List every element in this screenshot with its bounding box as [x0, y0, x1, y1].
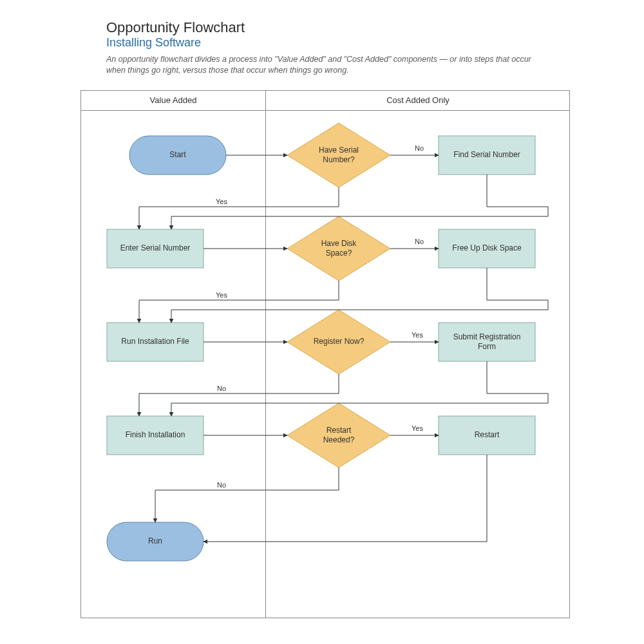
- node-free-disk-label: Free Up Disk Space: [452, 243, 522, 252]
- node-decision-disk-label-1: Have Disk: [321, 239, 357, 248]
- lane-header-value-added: Value Added: [81, 91, 266, 110]
- node-run: Run: [107, 522, 204, 561]
- page-description: An opportunity flowchart divides a proce…: [106, 54, 544, 76]
- edge-disk-yes: [139, 281, 339, 323]
- node-decision-register-label: Register Now?: [314, 337, 365, 346]
- edge-register-no-label: No: [217, 384, 226, 392]
- node-submit-reg: Submit Registration Form: [439, 323, 535, 361]
- node-decision-disk-label-2: Space?: [326, 249, 352, 258]
- node-finish: Finish Installation: [107, 416, 204, 455]
- edge-free-to-run: [171, 268, 548, 323]
- edge-disk-no-label: No: [415, 238, 424, 245]
- node-find-serial-label: Find Serial Number: [453, 150, 520, 159]
- node-enter-serial-label: Enter Serial Number: [120, 243, 191, 252]
- node-restart-label: Restart: [475, 430, 500, 439]
- node-submit-reg-label-2: Form: [478, 342, 496, 351]
- edge-serial-no-label: No: [415, 144, 424, 152]
- node-start: Start: [129, 136, 226, 175]
- node-run-install-label: Run Installation File: [121, 337, 189, 346]
- node-decision-serial-label-2: Number?: [323, 155, 355, 164]
- node-find-serial: Find Serial Number: [439, 136, 535, 175]
- edge-serial-yes: [139, 187, 339, 229]
- node-finish-label: Finish Installation: [126, 430, 185, 439]
- node-decision-register: Register Now?: [287, 310, 390, 374]
- page-title: Opportunity Flowchart: [106, 19, 245, 36]
- edge-serial-yes-label: Yes: [216, 198, 227, 205]
- flowchart-frame: Value Added Cost Added Only Start Have S…: [80, 90, 570, 618]
- node-run-label: Run: [148, 536, 162, 545]
- node-restart: Restart: [439, 416, 535, 455]
- node-decision-disk: Have Disk Space?: [287, 216, 390, 281]
- edge-restart-yes-label: Yes: [412, 424, 423, 432]
- node-decision-restart-label-2: Needed?: [323, 435, 355, 444]
- edge-find-to-enter: [171, 175, 548, 229]
- node-run-install: Run Installation File: [107, 323, 204, 361]
- node-start-label: Start: [169, 150, 186, 159]
- page: Opportunity Flowchart Installing Softwar…: [0, 0, 644, 644]
- node-decision-restart: Restart Needed?: [287, 403, 390, 468]
- lane-header-row: Value Added Cost Added Only: [81, 91, 569, 111]
- edge-restart-no-label: No: [217, 481, 226, 489]
- edge-restart-no: [155, 468, 339, 522]
- page-subtitle: Installing Software: [106, 36, 201, 50]
- node-free-disk: Free Up Disk Space: [439, 229, 535, 268]
- edge-restart-to-run: [204, 455, 487, 542]
- edge-disk-yes-label: Yes: [216, 291, 227, 299]
- node-enter-serial: Enter Serial Number: [107, 229, 204, 268]
- node-submit-reg-label-1: Submit Registration: [453, 332, 521, 341]
- edge-register-yes-label: Yes: [412, 331, 423, 339]
- node-decision-serial: Have Serial Number?: [287, 123, 390, 187]
- edge-register-no: [139, 374, 339, 416]
- flowchart-canvas: Start Have Serial Number? Find Serial Nu…: [81, 110, 569, 618]
- edge-submit-to-finish: [171, 361, 548, 416]
- node-decision-restart-label-1: Restart: [327, 426, 352, 435]
- node-decision-serial-label-1: Have Serial: [319, 146, 359, 155]
- lane-header-cost-added: Cost Added Only: [266, 91, 570, 110]
